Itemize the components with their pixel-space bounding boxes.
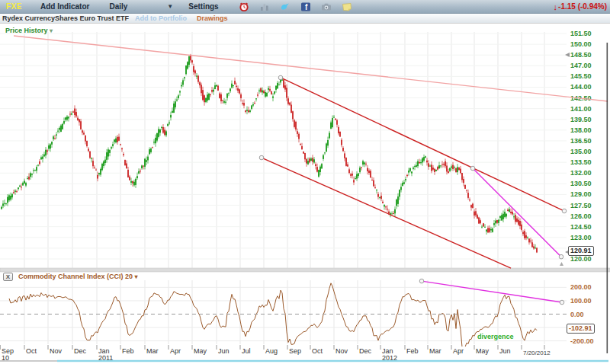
x-axis-month-label: Apr bbox=[453, 347, 464, 355]
price-history-dropdown[interactable]: Price History ▾ bbox=[5, 27, 53, 34]
settings-button[interactable]: Settings bbox=[188, 2, 218, 11]
x-axis-month-label: Sep bbox=[289, 347, 301, 355]
cci-line bbox=[9, 283, 537, 347]
cci-indicator-dropdown[interactable]: Commodity Channel Index (CCI) 20 ▾ bbox=[18, 273, 138, 280]
alert-clock-icon[interactable] bbox=[239, 2, 249, 12]
facebook-icon[interactable]: f bbox=[300, 2, 311, 12]
symbol-info-bar: Rydex CurrencyShares Euro Trust ETF Add … bbox=[0, 14, 610, 24]
x-axis-month-label: Dec bbox=[359, 347, 372, 355]
last-price-badge: 120.91 bbox=[568, 246, 594, 256]
trendline-endpoint-handle[interactable] bbox=[278, 75, 283, 80]
snapshot-camera-icon[interactable] bbox=[321, 2, 332, 12]
drawings-link[interactable]: Drawings bbox=[197, 14, 228, 22]
cci-panel-header: X Commodity Channel Index (CCI) 20 ▾ bbox=[3, 272, 138, 281]
top-toolbar: FXE Add Indicator Daily ▼ Settings f bbox=[0, 0, 610, 14]
x-axis-month-label: Aug bbox=[265, 347, 278, 355]
price-axis-label: 136.50 bbox=[570, 137, 592, 145]
price-axis-label: 135.00 bbox=[570, 148, 592, 155]
price-axis-label: 126.00 bbox=[570, 212, 592, 220]
sticky-note-icon[interactable] bbox=[342, 2, 352, 12]
vertical-gridlines bbox=[24, 32, 544, 344]
price-axis-label: 147.00 bbox=[570, 62, 592, 69]
price-axis-label: 150.00 bbox=[570, 40, 592, 48]
last-cci-badge: -102.91 bbox=[567, 324, 595, 334]
timeframe-dropdown[interactable]: Daily ▼ bbox=[109, 2, 173, 11]
price-axis-label: 120.00 bbox=[570, 255, 592, 263]
price-axis-label: 127.50 bbox=[570, 202, 592, 209]
trendline-endpoint-handle[interactable] bbox=[419, 279, 424, 283]
price-axis-label: 130.50 bbox=[570, 180, 592, 187]
price-axis-label: 139.50 bbox=[570, 116, 592, 123]
x-axis-month-label: Oct bbox=[26, 347, 37, 355]
price-axis-label: 138.00 bbox=[570, 126, 592, 134]
x-axis-month-label: May bbox=[194, 347, 207, 355]
x-axis-month-label: Oct bbox=[312, 347, 323, 355]
trendline-endpoint-handle[interactable] bbox=[559, 254, 563, 259]
security-name: Rydex CurrencyShares Euro Trust ETF bbox=[2, 14, 129, 22]
chevron-down-icon: ▾ bbox=[135, 273, 138, 280]
cci-axis-label: 100.00 bbox=[570, 297, 592, 305]
x-axis-month-label: Jul bbox=[242, 347, 251, 355]
cci-axis-label: -200.00 bbox=[570, 337, 594, 345]
pane-resize-handle-icon[interactable] bbox=[560, 262, 563, 266]
axis-marker-icon bbox=[565, 53, 570, 57]
last-date-label: 7/20/2012 bbox=[523, 350, 551, 356]
price-axis-labels: 151.50150.00148.50147.00145.50144.00142.… bbox=[570, 30, 592, 263]
change-value: -1.15 (-0.94%) bbox=[558, 2, 607, 11]
price-axis-label: 123.00 bbox=[570, 234, 592, 241]
x-axis-month-label: Dec bbox=[74, 347, 87, 355]
chart-canvas[interactable]: 151.50150.00148.50147.00145.50144.00142.… bbox=[0, 24, 610, 364]
price-trendlines[interactable] bbox=[259, 75, 567, 268]
price-axis-label: 129.00 bbox=[570, 190, 592, 198]
trendline-endpoint-handle[interactable] bbox=[259, 155, 264, 160]
cci-axis-label: 0.00 bbox=[570, 311, 584, 318]
trendline-endpoint-handle[interactable] bbox=[470, 166, 475, 171]
candles-layer bbox=[1, 54, 538, 253]
right-scrollbar[interactable] bbox=[607, 43, 608, 353]
x-axis-month-label: Mar bbox=[146, 347, 159, 355]
x-axis-month-label: Nov bbox=[50, 347, 63, 355]
chevron-down-icon: ▾ bbox=[50, 27, 53, 34]
price-change-indicator: ↓ -1.15 (-0.94%) bbox=[554, 2, 607, 11]
twitter-icon[interactable] bbox=[280, 2, 291, 12]
price-axis-label: 133.50 bbox=[570, 158, 592, 166]
bottom-scrollbar-track[interactable] bbox=[0, 360, 57, 361]
cci-divergence-line[interactable] bbox=[422, 281, 562, 302]
toolbar-icon-group: f bbox=[239, 2, 362, 12]
cci-axis-labels: 200.00100.000.00-200.00 bbox=[570, 283, 594, 344]
news-chart-icon[interactable] bbox=[259, 2, 270, 12]
bottom-scrollbar-thumb[interactable] bbox=[57, 360, 608, 362]
price-axis-label: 124.50 bbox=[570, 223, 592, 231]
cci-axis-label: 200.00 bbox=[570, 283, 592, 291]
down-arrow-icon: ↓ bbox=[554, 2, 558, 11]
accelerated-downtrend[interactable] bbox=[473, 168, 561, 257]
price-history-label: Price History bbox=[5, 27, 48, 34]
price-axis-label: 141.00 bbox=[570, 105, 592, 113]
chevron-down-icon: ▼ bbox=[167, 3, 173, 10]
trendline-endpoint-handle[interactable] bbox=[560, 300, 564, 305]
channel-bottom[interactable] bbox=[262, 158, 511, 268]
x-axis-month-label: Mar bbox=[429, 347, 441, 355]
axis-markers bbox=[565, 53, 570, 254]
symbol-label[interactable]: FXE bbox=[6, 2, 22, 11]
x-axis-month-label: Nov bbox=[336, 347, 348, 355]
trendline-endpoint-handle[interactable] bbox=[562, 209, 567, 213]
timeframe-value: Daily bbox=[109, 2, 127, 11]
add-to-portfolio-link[interactable]: Add to Portfolio bbox=[135, 14, 187, 22]
x-axis-month-label: Jun bbox=[499, 347, 511, 355]
chart-region: 151.50150.00148.50147.00145.50144.00142.… bbox=[0, 24, 610, 364]
close-icon[interactable]: X bbox=[3, 273, 13, 281]
stock-charting-app: FXE Add Indicator Daily ▼ Settings f bbox=[0, 0, 610, 364]
x-axis-month-label: May bbox=[476, 347, 490, 355]
cci-title-label: Commodity Channel Index (CCI) 20 bbox=[18, 273, 133, 280]
price-axis-label: 132.00 bbox=[570, 169, 592, 177]
price-axis-label: 151.50 bbox=[570, 30, 592, 37]
add-indicator-button[interactable]: Add Indicator bbox=[40, 2, 89, 11]
x-axis-month-label: Feb bbox=[406, 347, 419, 355]
price-axis-label: 144.00 bbox=[570, 83, 592, 91]
x-axis-month-label: Jun bbox=[218, 347, 230, 355]
price-axis-label: 145.50 bbox=[570, 72, 592, 80]
x-axis: Sep10OctNovDecJan2011FebMarAprMayJunJulA… bbox=[0, 345, 551, 362]
price-axis-label: 148.50 bbox=[570, 51, 592, 59]
divergence-annotation: divergence bbox=[477, 333, 514, 340]
